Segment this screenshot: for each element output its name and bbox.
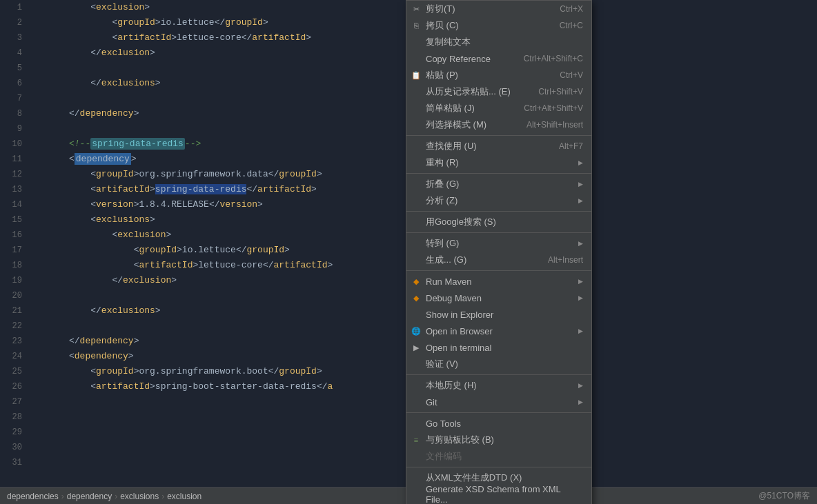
debug-maven-icon: ◆	[411, 292, 422, 303]
compare-clipboard-label: 与剪贴板比较 (B)	[426, 434, 494, 446]
menu-item-find-usages[interactable]: 查找使用 (U) Alt+F7	[406, 138, 591, 154]
cut-label: 剪切(T)	[426, 3, 455, 15]
menu-item-fold[interactable]: 折叠 (G)	[406, 176, 591, 192]
compare-icon: ≡	[411, 434, 422, 445]
menu-item-goto[interactable]: 转到 (G)	[406, 235, 591, 252]
menu-item-paste-history[interactable]: 从历史记录粘贴... (E) Ctrl+Shift+V	[406, 83, 591, 100]
breadcrumb-exclusions[interactable]: exclusions	[120, 492, 159, 501]
debug-maven-label: Debug Maven	[426, 293, 482, 303]
gen-xsd-label: Generate XSD Schema from XML File...	[426, 484, 583, 504]
menu-item-column-select[interactable]: 列选择模式 (M) Alt+Shift+Insert	[406, 117, 591, 133]
menu-item-cut[interactable]: ✂ 剪切(T) Ctrl+X	[406, 1, 591, 17]
paste-simple-shortcut: Ctrl+Alt+Shift+V	[524, 103, 583, 113]
paste-history-shortcut: Ctrl+Shift+V	[538, 87, 583, 97]
go-tools-label: Go Tools	[426, 419, 461, 429]
scissors-icon: ✂	[411, 3, 422, 14]
gen-dtd-label: 从XML文件生成DTD (X)	[426, 472, 522, 484]
paste-icon: 📋	[411, 70, 422, 81]
browser-icon: 🌐	[411, 325, 422, 336]
status-right: @51CTO博客	[758, 490, 810, 502]
column-select-shortcut: Alt+Shift+Insert	[526, 120, 583, 130]
menu-item-show-explorer[interactable]: Show in Explorer	[406, 306, 591, 323]
menu-item-local-history[interactable]: 本地历史 (H)	[406, 377, 591, 394]
cut-shortcut: Ctrl+X	[560, 4, 583, 14]
menu-item-generate[interactable]: 生成... (G) Alt+Insert	[406, 252, 591, 268]
menu-item-analyze[interactable]: 分析 (Z)	[406, 192, 591, 209]
copy-shortcut: Ctrl+C	[560, 21, 583, 30]
local-history-label: 本地历史 (H)	[426, 379, 477, 392]
show-explorer-label: Show in Explorer	[426, 310, 493, 320]
menu-item-gen-xsd[interactable]: Generate XSD Schema from XML File...	[406, 486, 591, 503]
separator-2	[406, 173, 591, 174]
copy-label: 拷贝 (C)	[426, 19, 459, 32]
menu-item-google[interactable]: 用Google搜索 (S)	[406, 214, 591, 230]
menu-item-run-maven[interactable]: ◆ Run Maven	[406, 273, 591, 290]
menu-item-open-terminal[interactable]: ▶ Open in terminal	[406, 339, 591, 356]
paste-simple-label: 简单粘贴 (J)	[426, 102, 475, 114]
analyze-label: 分析 (Z)	[426, 194, 457, 207]
breadcrumb-dependency[interactable]: dependency	[67, 492, 112, 501]
copy-plain-label: 复制纯文本	[426, 36, 471, 48]
menu-item-open-browser[interactable]: 🌐 Open in Browser	[406, 323, 591, 339]
open-browser-label: Open in Browser	[426, 326, 493, 336]
separator-1	[406, 135, 591, 136]
copy-icon: ⎘	[411, 20, 422, 31]
file-encoding-label: 文件编码	[426, 450, 462, 463]
generate-shortcut: Alt+Insert	[548, 255, 583, 265]
run-maven-label: Run Maven	[426, 276, 471, 287]
find-usages-shortcut: Alt+F7	[559, 141, 583, 151]
verify-label: 验证 (V)	[426, 358, 458, 370]
copy-reference-shortcut: Ctrl+Alt+Shift+C	[524, 54, 583, 63]
breadcrumb-exclusion[interactable]: exclusion	[167, 492, 201, 501]
terminal-icon: ▶	[411, 342, 422, 353]
breadcrumb: dependencies › dependency › exclusions ›…	[7, 492, 201, 501]
git-label: Git	[426, 397, 437, 407]
context-menu[interactable]: ✂ 剪切(T) Ctrl+X ⎘ 拷贝 (C) Ctrl+C 复制纯文本 Cop…	[406, 0, 592, 504]
google-label: 用Google搜索 (S)	[426, 216, 496, 228]
menu-item-git[interactable]: Git	[406, 394, 591, 410]
separator-5	[406, 270, 591, 271]
separator-3	[406, 211, 591, 212]
goto-label: 转到 (G)	[426, 237, 459, 250]
paste-shortcut: Ctrl+V	[560, 70, 583, 80]
paste-history-label: 从历史记录粘贴... (E)	[426, 85, 511, 98]
menu-item-compare-clipboard[interactable]: ≡ 与剪贴板比较 (B)	[406, 432, 591, 448]
generate-label: 生成... (G)	[426, 254, 466, 266]
menu-item-file-encoding: 文件编码	[406, 448, 591, 465]
separator-4	[406, 232, 591, 233]
menu-item-paste-simple[interactable]: 简单粘贴 (J) Ctrl+Alt+Shift+V	[406, 100, 591, 117]
refactor-label: 重构 (R)	[426, 157, 459, 169]
menu-item-debug-maven[interactable]: ◆ Debug Maven	[406, 290, 591, 306]
menu-item-copy-reference[interactable]: Copy Reference Ctrl+Alt+Shift+C	[406, 50, 591, 67]
line-numbers: 1 2 3 4 5 6 7 8 9 10 11 12 13 14 15 16 1…	[0, 0, 28, 504]
separator-6	[406, 374, 591, 375]
run-maven-icon: ◆	[411, 276, 422, 287]
separator-8	[406, 467, 591, 467]
copy-reference-label: Copy Reference	[426, 54, 491, 64]
menu-item-copy-plain[interactable]: 复制纯文本	[406, 34, 591, 50]
open-terminal-label: Open in terminal	[426, 343, 491, 353]
menu-item-go-tools[interactable]: Go Tools	[406, 415, 591, 432]
menu-item-verify[interactable]: 验证 (V)	[406, 356, 591, 372]
menu-item-copy[interactable]: ⎘ 拷贝 (C) Ctrl+C	[406, 17, 591, 34]
find-usages-label: 查找使用 (U)	[426, 140, 477, 152]
paste-label: 粘贴 (P)	[426, 69, 458, 81]
breadcrumb-dependencies[interactable]: dependencies	[7, 492, 59, 501]
column-select-label: 列选择模式 (M)	[426, 119, 486, 131]
separator-7	[406, 412, 591, 413]
fold-label: 折叠 (G)	[426, 178, 459, 190]
menu-item-refactor[interactable]: 重构 (R)	[406, 154, 591, 171]
menu-item-paste[interactable]: 📋 粘贴 (P) Ctrl+V	[406, 67, 591, 83]
